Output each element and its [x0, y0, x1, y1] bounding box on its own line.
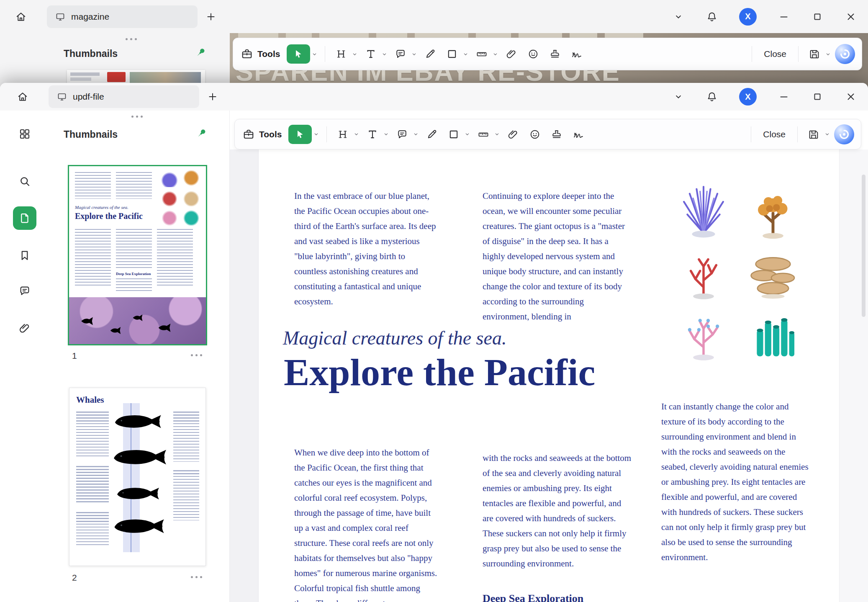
panel-menu-dots[interactable] [126, 38, 137, 40]
select-tool-button[interactable] [288, 125, 312, 144]
shapes-tool-button[interactable] [444, 125, 463, 144]
ai-assistant-button[interactable] [834, 124, 854, 144]
text-tool-button[interactable] [363, 125, 382, 144]
paperclip-icon [506, 48, 517, 60]
ai-assistant-button[interactable] [835, 44, 855, 64]
bookmark-icon[interactable] [18, 249, 31, 262]
comment-tool-chevron-icon[interactable] [411, 51, 418, 58]
shapes-tool-chevron-icon[interactable] [462, 51, 469, 58]
signature-tool-button[interactable] [569, 125, 588, 144]
attachment-tool-button[interactable] [502, 44, 521, 64]
edit-tool-button[interactable] [332, 44, 350, 64]
tools-button[interactable]: Tools [241, 128, 285, 141]
mini-subheading: Deep Sea Exploration [116, 272, 151, 276]
comment-tool-button[interactable] [393, 125, 411, 144]
edit-tool-button[interactable] [334, 125, 352, 144]
notifications-bell-button[interactable] [706, 90, 718, 103]
new-tab-button[interactable] [204, 88, 221, 105]
thumbnail-page-1[interactable]: Magical creatures of the sea. Explore th… [69, 166, 206, 344]
document-heading-script: Magical creatures of the sea. [283, 327, 506, 349]
paperclip-icon [507, 129, 519, 140]
comment-bubble-icon [395, 48, 406, 60]
save-icon [808, 129, 819, 140]
panel-menu-dots[interactable] [131, 116, 143, 118]
attachments-icon[interactable] [18, 322, 31, 334]
close-window-button[interactable] [845, 90, 857, 103]
comment-tool-chevron-icon[interactable] [412, 131, 419, 138]
select-tool-chevron-icon[interactable] [313, 131, 320, 138]
paragraph-col2-top: Continuing to explore deeper into the oc… [483, 188, 632, 324]
save-icon [809, 48, 820, 60]
edit-tool-chevron-icon[interactable] [351, 51, 358, 58]
pin-icon[interactable] [195, 46, 207, 58]
select-tool-button[interactable] [287, 44, 310, 64]
window-menu-chevron[interactable] [672, 10, 685, 23]
mini-whales-title: Whales [76, 395, 104, 405]
minimize-button[interactable] [778, 10, 790, 23]
front-window: updf-file X Thumbnails [0, 83, 868, 602]
save-chevron-icon[interactable] [824, 51, 832, 58]
thumbnail-2-menu-dots[interactable] [191, 576, 202, 578]
sticker-tool-button[interactable] [526, 125, 544, 144]
home-button[interactable] [11, 7, 31, 27]
text-tool-chevron-icon[interactable] [383, 131, 390, 138]
tab-updf-file[interactable]: updf-file [49, 85, 199, 108]
maximize-button[interactable] [811, 10, 824, 23]
orca-icon [110, 516, 170, 536]
window-menu-chevron[interactable] [672, 90, 685, 103]
sticker-tool-button[interactable] [524, 44, 542, 64]
pin-icon[interactable] [196, 127, 208, 139]
thumbnail-1-menu-dots[interactable] [191, 354, 202, 356]
measure-tool-button[interactable] [473, 44, 491, 64]
mini-reef-photo [69, 297, 206, 344]
signature-tool-button[interactable] [568, 44, 586, 64]
home-button[interactable] [13, 87, 33, 107]
measure-tool-chevron-icon[interactable] [492, 51, 499, 58]
stamp-tool-button[interactable] [546, 44, 564, 64]
close-window-button[interactable] [845, 10, 857, 23]
save-button[interactable] [804, 125, 823, 144]
shape-square-icon [446, 48, 458, 60]
stamp-icon [549, 48, 561, 60]
vertical-scrollbar[interactable] [862, 175, 865, 317]
thumbnail-page-1-preview: Magical creatures of the sea. Explore th… [69, 166, 206, 344]
new-tab-button[interactable] [203, 8, 219, 25]
text-tool-button[interactable] [362, 44, 380, 64]
paragraph-col3: It can instantly change the color and te… [661, 399, 813, 565]
save-chevron-icon[interactable] [824, 131, 831, 138]
pen-tool-button[interactable] [421, 44, 439, 64]
pen-tool-button[interactable] [423, 125, 441, 144]
account-avatar[interactable]: X [739, 88, 757, 105]
stamp-tool-button[interactable] [547, 125, 566, 144]
ruler-icon [478, 129, 489, 140]
search-icon[interactable] [18, 175, 31, 188]
tools-button[interactable]: Tools [240, 48, 283, 60]
tab-magazine[interactable]: magazine [47, 5, 198, 28]
ruler-icon [476, 48, 488, 60]
close-document-button[interactable]: Close [758, 129, 791, 139]
apps-grid-icon[interactable] [18, 128, 31, 140]
comments-icon[interactable] [18, 285, 31, 297]
signature-icon [571, 48, 583, 60]
edit-tool-chevron-icon[interactable] [353, 131, 360, 138]
pdf-page[interactable]: In the vast embrace of our blue planet, … [259, 149, 839, 602]
close-document-button[interactable]: Close [759, 49, 791, 59]
thumbnail-page-2[interactable]: Whales [69, 388, 206, 566]
text-lines [75, 172, 111, 199]
page-thumbnails-icon[interactable] [13, 206, 36, 230]
mini-coral-grid [160, 170, 202, 226]
text-tool-chevron-icon[interactable] [381, 51, 388, 58]
select-tool-chevron-icon[interactable] [311, 51, 318, 58]
account-avatar[interactable]: X [739, 8, 757, 26]
save-button[interactable] [805, 44, 824, 64]
comment-tool-button[interactable] [391, 44, 410, 64]
notifications-bell-button[interactable] [706, 10, 718, 23]
measure-tool-button[interactable] [474, 125, 493, 144]
shapes-tool-button[interactable] [443, 44, 461, 64]
maximize-button[interactable] [811, 90, 824, 103]
measure-tool-chevron-icon[interactable] [493, 131, 501, 138]
mini-heading-main: Explore the Pacific [75, 211, 143, 221]
minimize-button[interactable] [778, 90, 790, 103]
shapes-tool-chevron-icon[interactable] [464, 131, 471, 138]
attachment-tool-button[interactable] [504, 125, 522, 144]
